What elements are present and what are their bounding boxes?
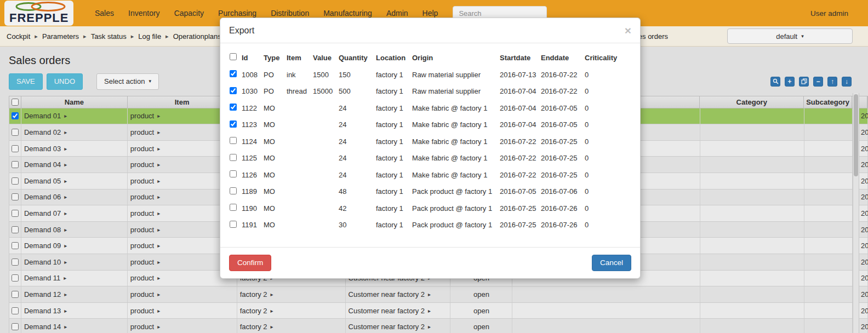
export-cell-enddate: 2016-07-25	[540, 150, 584, 167]
export-cell-location: factory 1	[375, 183, 412, 200]
export-row-checkbox[interactable]	[230, 154, 237, 161]
export-cell-quantity: 150	[338, 66, 375, 83]
export-cell-item	[286, 117, 312, 134]
export-cell-item	[286, 100, 312, 117]
export-column-header-enddate: Enddate	[540, 49, 584, 66]
export-cell-checkbox[interactable]	[229, 166, 241, 183]
export-column-header-type: Type	[263, 49, 286, 66]
export-cell-criticality: 0	[584, 83, 631, 100]
export-cell-location: factory 1	[375, 166, 412, 183]
close-icon[interactable]: ×	[625, 25, 631, 36]
export-cell-startdate: 2016-07-04	[499, 117, 540, 134]
export-row: 1124MO24factory 1Make fabric @ factory 1…	[229, 133, 631, 150]
export-cell-location: factory 1	[375, 117, 412, 134]
export-row-checkbox[interactable]	[230, 87, 237, 94]
export-column-header-id: Id	[241, 49, 263, 66]
export-cell-criticality: 0	[584, 183, 631, 200]
export-cell-enddate: 2016-07-22	[540, 66, 584, 83]
export-cell-value	[312, 217, 338, 234]
dialog-body: IdTypeItemValueQuantityLocationOriginSta…	[220, 43, 640, 247]
export-column-header-criticality: Criticality	[584, 49, 631, 66]
export-cell-id: 1008	[241, 66, 263, 83]
export-row-checkbox[interactable]	[230, 70, 237, 77]
export-cell-origin: Make fabric @ factory 1	[412, 133, 499, 150]
export-cell-item	[286, 166, 312, 183]
dialog-header: Export ×	[220, 18, 640, 43]
export-cell-origin: Make fabric @ factory 1	[412, 100, 499, 117]
export-cell-checkbox[interactable]	[229, 183, 241, 200]
export-cell-enddate: 2016-07-25	[540, 133, 584, 150]
export-cell-checkbox[interactable]	[229, 200, 241, 217]
export-row-checkbox[interactable]	[230, 120, 237, 128]
export-cell-id: 1124	[241, 133, 263, 150]
export-cell-item: thread	[286, 83, 312, 100]
export-cell-startdate: 2016-07-22	[499, 166, 540, 183]
export-cell-id: 1191	[241, 217, 263, 234]
export-cell-quantity: 24	[338, 100, 375, 117]
export-cell-startdate: 2016-07-25	[499, 217, 540, 234]
export-cell-checkbox[interactable]	[229, 217, 241, 234]
cancel-button[interactable]: Cancel	[592, 255, 631, 271]
export-cell-quantity: 30	[338, 217, 375, 234]
export-row: 1030POthread15000500factory 1Raw materia…	[229, 83, 631, 100]
export-cell-startdate: 2016-07-05	[499, 183, 540, 200]
export-cell-startdate: 2016-07-22	[499, 150, 540, 167]
export-cell-id: 1125	[241, 150, 263, 167]
export-row-checkbox[interactable]	[230, 170, 237, 177]
export-cell-startdate: 2016-07-04	[499, 83, 540, 100]
export-dialog: Export × IdTypeItemValueQuantityLocation…	[220, 18, 641, 279]
export-select-all-checkbox[interactable]	[230, 53, 237, 60]
export-cell-type: MO	[263, 183, 286, 200]
export-cell-quantity: 24	[338, 133, 375, 150]
export-cell-criticality: 0	[584, 217, 631, 234]
export-column-header-item: Item	[286, 49, 312, 66]
export-cell-checkbox[interactable]	[229, 83, 241, 100]
export-cell-startdate: 2016-07-25	[499, 200, 540, 217]
export-cell-checkbox[interactable]	[229, 100, 241, 117]
export-cell-item	[286, 150, 312, 167]
export-cell-enddate: 2016-07-22	[540, 83, 584, 100]
export-cell-enddate: 2016-07-26	[540, 200, 584, 217]
export-row-checkbox[interactable]	[230, 104, 237, 111]
export-cell-location: factory 1	[375, 217, 412, 234]
export-cell-item	[286, 217, 312, 234]
export-table-body: 1008POink1500150factory 1Raw material su…	[229, 66, 631, 233]
export-cell-origin: Pack product @ factory 1	[412, 200, 499, 217]
export-cell-checkbox[interactable]	[229, 117, 241, 134]
export-cell-enddate: 2016-07-05	[540, 100, 584, 117]
export-row: 1122MO24factory 1Make fabric @ factory 1…	[229, 100, 631, 117]
export-cell-checkbox[interactable]	[229, 66, 241, 83]
export-cell-origin: Raw material supplier	[412, 66, 499, 83]
export-column-header-value: Value	[312, 49, 338, 66]
export-cell-item	[286, 183, 312, 200]
confirm-button[interactable]: Confirm	[229, 255, 271, 271]
export-cell-checkbox[interactable]	[229, 133, 241, 150]
export-row-checkbox[interactable]	[230, 221, 237, 228]
export-cell-checkbox[interactable]	[229, 150, 241, 167]
export-column-header-cb	[229, 49, 241, 66]
export-cell-quantity: 24	[338, 166, 375, 183]
export-cell-type: MO	[263, 200, 286, 217]
export-cell-origin: Pack product @ factory 1	[412, 217, 499, 234]
export-cell-origin: Make fabric @ factory 1	[412, 166, 499, 183]
export-cell-type: PO	[263, 66, 286, 83]
export-cell-item: ink	[286, 66, 312, 83]
export-cell-criticality: 0	[584, 133, 631, 150]
export-row-checkbox[interactable]	[230, 187, 237, 194]
export-row: 1191MO30factory 1Pack product @ factory …	[229, 217, 631, 234]
export-row-checkbox[interactable]	[230, 137, 237, 144]
export-table-header: IdTypeItemValueQuantityLocationOriginSta…	[229, 49, 631, 66]
export-cell-criticality: 0	[584, 200, 631, 217]
export-cell-type: PO	[263, 83, 286, 100]
export-cell-startdate: 2016-07-13	[499, 66, 540, 83]
export-cell-type: MO	[263, 217, 286, 234]
export-cell-quantity: 42	[338, 200, 375, 217]
export-row-checkbox[interactable]	[230, 204, 237, 211]
export-cell-enddate: 2016-07-25	[540, 166, 584, 183]
export-row: 1008POink1500150factory 1Raw material su…	[229, 66, 631, 83]
export-cell-location: factory 1	[375, 150, 412, 167]
export-cell-quantity: 24	[338, 150, 375, 167]
export-cell-quantity: 24	[338, 117, 375, 134]
export-cell-startdate: 2016-07-22	[499, 133, 540, 150]
export-cell-value	[312, 150, 338, 167]
